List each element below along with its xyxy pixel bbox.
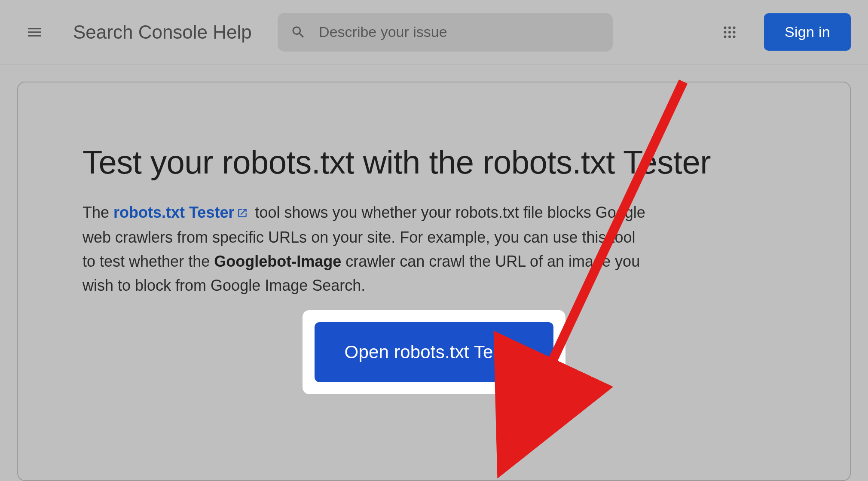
external-link-icon (237, 201, 248, 225)
link-text: robots.txt Tester (113, 204, 234, 221)
svg-point-2 (733, 26, 735, 29)
robots-txt-tester-link[interactable]: robots.txt Tester (113, 204, 251, 221)
search-icon (290, 24, 306, 41)
search-box[interactable] (278, 13, 613, 52)
article-heading: Test your robots.txt with the robots.txt… (83, 143, 785, 183)
apps-grid-icon (722, 24, 737, 40)
google-apps-button[interactable] (717, 19, 743, 45)
svg-point-0 (724, 26, 726, 29)
svg-point-5 (733, 31, 735, 33)
svg-point-6 (724, 35, 726, 38)
hamburger-icon (26, 24, 43, 41)
body-bold-text: Googlebot-Image (214, 253, 341, 270)
search-input[interactable] (319, 24, 600, 40)
article-body: The robots.txt Tester tool shows you whe… (83, 201, 650, 298)
header-actions: Sign in (717, 13, 851, 51)
search-container (278, 13, 717, 52)
site-title: Search Console Help (73, 21, 252, 43)
cta-highlight-box: Open robots.txt Tester (303, 310, 566, 394)
main-menu-button[interactable] (21, 19, 47, 45)
sign-in-button[interactable]: Sign in (764, 13, 851, 51)
article-card: Test your robots.txt with the robots.txt… (17, 82, 851, 481)
svg-point-7 (728, 35, 731, 38)
svg-point-4 (728, 31, 731, 33)
svg-point-1 (728, 26, 731, 29)
body-text-prefix: The (83, 204, 113, 221)
open-robots-txt-tester-button[interactable]: Open robots.txt Tester (315, 322, 554, 382)
svg-point-8 (733, 35, 735, 38)
header-bar: Search Console Help Sign in (0, 0, 868, 64)
cta-container: Open robots.txt Tester (83, 310, 785, 394)
svg-point-3 (724, 31, 726, 33)
